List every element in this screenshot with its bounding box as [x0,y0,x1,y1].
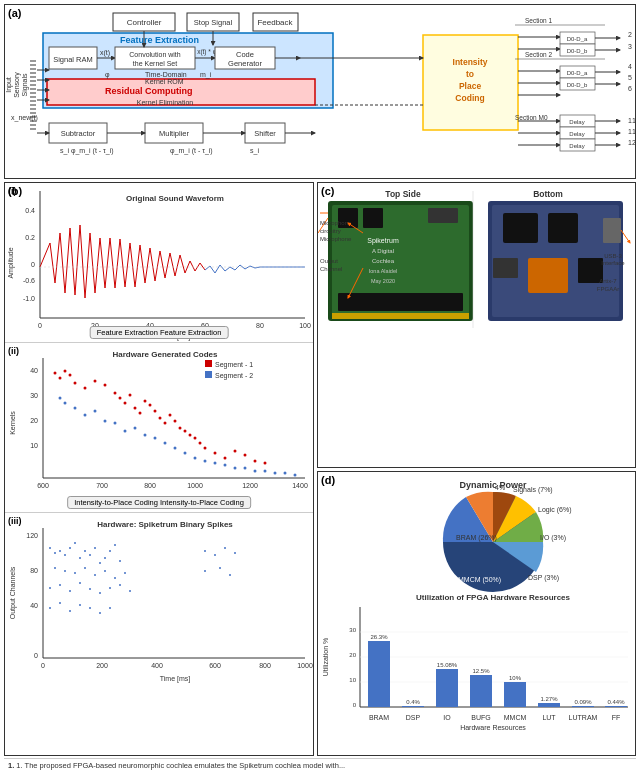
svg-text:0.09%: 0.09% [574,699,592,705]
svg-rect-335 [605,706,627,707]
svg-text:600: 600 [209,662,221,669]
svg-point-176 [94,410,97,413]
svg-point-229 [74,572,76,574]
svg-text:m_i: m_i [200,71,212,79]
svg-point-153 [144,400,147,403]
svg-point-140 [59,377,62,380]
svg-text:Delay: Delay [569,119,584,125]
svg-rect-332 [572,706,594,707]
svg-point-155 [154,410,157,413]
svg-text:Section M0: Section M0 [515,114,548,121]
svg-text:600: 600 [37,482,49,489]
svg-text:Output Channels: Output Channels [9,566,17,619]
svg-rect-326 [504,682,526,707]
svg-point-167 [224,457,227,460]
panel-a: (a) Input Sensory Signals Controller Sto… [4,4,636,179]
svg-rect-275 [503,213,538,243]
svg-point-213 [54,552,56,554]
svg-point-240 [99,592,101,594]
svg-point-214 [59,550,61,552]
svg-text:Bottom: Bottom [533,189,563,199]
intensity-label: Intensity-to-Place Coding Intensity-to-P… [67,496,251,509]
svg-text:1000: 1000 [187,482,203,489]
svg-rect-278 [528,258,568,293]
svg-point-178 [114,422,117,425]
svg-text:119: 119 [628,128,635,135]
svg-text:Kernel ROM: Kernel ROM [145,78,184,85]
svg-text:Segment - 1: Segment - 1 [215,361,253,369]
svg-text:LUT: LUT [542,714,556,721]
svg-text:I/O (3%): I/O (3%) [540,534,566,542]
svg-point-162 [189,434,192,437]
svg-point-253 [224,547,226,549]
svg-text:800: 800 [259,662,271,669]
svg-point-165 [204,447,207,450]
svg-text:Amplitude: Amplitude [7,247,15,278]
svg-text:120: 120 [26,532,38,539]
svg-text:200: 200 [96,662,108,669]
svg-text:FPGAAr: FPGAAr [597,286,619,292]
svg-point-152 [139,412,142,415]
svg-text:Utilization of FPGA Hardware R: Utilization of FPGA Hardware Resources [416,593,571,602]
svg-text:BUFG: BUFG [471,714,490,721]
svg-point-164 [199,442,202,445]
svg-point-143 [74,382,77,385]
svg-text:Sensory: Sensory [13,72,21,98]
svg-point-186 [194,457,197,460]
svg-text:10: 10 [30,442,38,449]
svg-point-245 [59,602,61,604]
svg-text:10%: 10% [509,675,522,681]
svg-point-222 [99,562,101,564]
svg-text:10: 10 [349,677,356,683]
svg-point-250 [109,607,111,609]
svg-text:20: 20 [349,652,356,658]
svg-text:-0.6: -0.6 [23,277,35,284]
svg-text:1200: 1200 [242,482,258,489]
svg-text:Hardware Resources: Hardware Resources [460,724,526,731]
svg-point-230 [84,567,86,569]
svg-text:Time [ms]: Time [ms] [160,675,191,683]
svg-text:2: 2 [628,31,632,38]
spikes-chart: Hardware: Spiketrum Binary Spikes 120 80… [5,513,313,683]
svg-text:Spiketrum: Spiketrum [367,237,399,245]
subpanel-ii-label: (ii) [8,346,19,356]
svg-text:x_new(t): x_new(t) [11,114,38,122]
svg-text:MMCM (50%): MMCM (50%) [458,576,501,584]
svg-text:BRAM (26%): BRAM (26%) [456,534,497,542]
svg-point-212 [49,547,51,549]
svg-point-239 [89,588,91,590]
svg-text:400: 400 [151,662,163,669]
svg-point-151 [134,407,137,410]
svg-rect-268 [363,208,383,228]
svg-point-232 [104,570,106,572]
svg-text:0.4%: 0.4% [406,699,420,705]
svg-text:Convolution with: Convolution with [129,51,180,58]
svg-text:Delay: Delay [569,143,584,149]
svg-text:700: 700 [96,482,108,489]
svg-text:D0-D_a: D0-D_a [567,70,588,76]
svg-text:3: 3 [628,43,632,50]
svg-text:φ: φ [105,71,110,79]
svg-point-181 [144,434,147,437]
panel-c: (c) Top Side Bottom Spiketrum A Digita [317,182,636,468]
svg-text:MMCM: MMCM [504,714,527,721]
svg-rect-323 [470,675,492,707]
svg-point-158 [169,414,172,417]
svg-point-227 [54,567,56,569]
subpanel-i-label: (i) [8,186,17,196]
svg-text:Section 1: Section 1 [525,17,552,24]
svg-point-145 [94,380,97,383]
svg-point-217 [74,542,76,544]
svg-point-246 [69,610,71,612]
svg-text:80: 80 [256,322,264,329]
svg-text:1400: 1400 [292,482,308,489]
svg-text:Subtractor: Subtractor [61,129,96,138]
svg-text:to: to [466,69,474,79]
svg-rect-274 [603,218,621,243]
svg-text:Logic (6%): Logic (6%) [538,506,571,514]
svg-text:DSP: DSP [406,714,421,721]
svg-point-189 [224,464,227,467]
svg-point-190 [234,467,237,470]
svg-point-149 [124,402,127,405]
svg-text:40: 40 [30,367,38,374]
